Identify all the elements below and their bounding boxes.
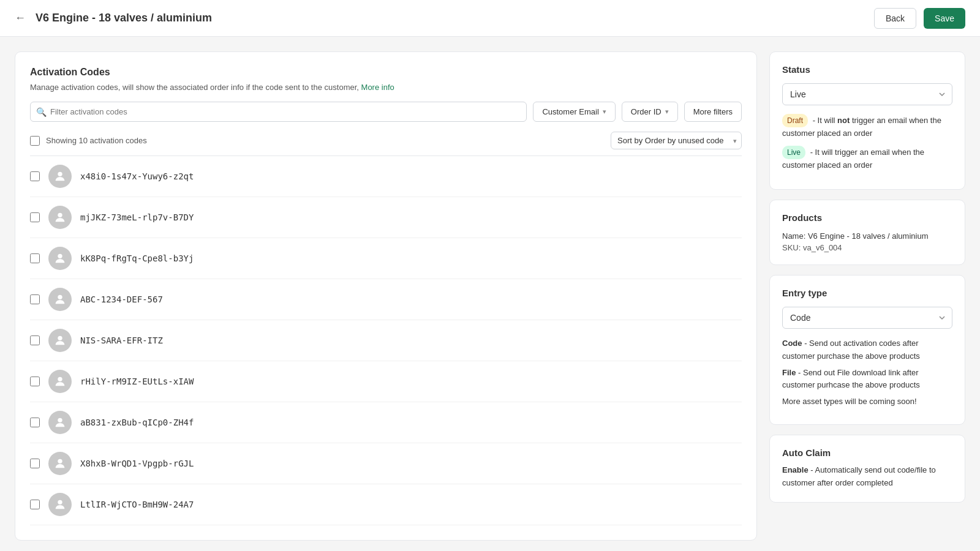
customer-email-filter[interactable]: Customer Email ▾ bbox=[533, 102, 615, 122]
code-row: aB831-zxBub-qICp0-ZH4f bbox=[30, 402, 742, 443]
code-row: x48i0-1s47x-Yuwy6-z2qt bbox=[30, 156, 742, 197]
svg-point-0 bbox=[58, 172, 62, 176]
search-icon: 🔍 bbox=[36, 107, 47, 117]
file-desc: File - Send out File download link after… bbox=[782, 367, 952, 392]
list-header: Showing 10 activation codes Sort by Orde… bbox=[30, 132, 742, 149]
avatar bbox=[48, 165, 72, 188]
left-panel: Activation Codes Manage activation codes… bbox=[15, 51, 757, 541]
back-button[interactable]: Back bbox=[874, 8, 916, 29]
avatar bbox=[48, 288, 72, 311]
filter-bar: 🔍 Customer Email ▾ Order ID ▾ More filte… bbox=[30, 102, 742, 122]
more-filters-button[interactable]: More filters bbox=[684, 102, 742, 122]
live-badge: Live bbox=[782, 146, 805, 159]
code-text: NIS-SARA-EFR-ITZ bbox=[80, 335, 163, 345]
chevron-down-icon: ▾ bbox=[603, 108, 606, 116]
code-text: ABC-1234-DEF-567 bbox=[80, 294, 163, 304]
code-text: rHilY-rM9IZ-EUtLs-xIAW bbox=[80, 377, 194, 386]
row-checkbox[interactable] bbox=[30, 418, 40, 427]
draft-badge: Draft bbox=[782, 114, 808, 127]
row-checkbox[interactable] bbox=[30, 171, 40, 181]
section-description: Manage activation codes, will show the a… bbox=[30, 83, 742, 92]
code-row: ABC-1234-DEF-567 bbox=[30, 279, 742, 320]
row-checkbox[interactable] bbox=[30, 377, 40, 386]
sort-wrapper: Sort by Order by unused code ▾ bbox=[611, 132, 742, 149]
svg-point-4 bbox=[58, 336, 62, 340]
row-checkbox[interactable] bbox=[30, 335, 40, 345]
status-card: Status Live Draft Draft - It will not tr… bbox=[769, 51, 965, 190]
code-text: aB831-zxBub-qICp0-ZH4f bbox=[80, 418, 194, 427]
code-text: LtlIR-WjCTO-BmH9W-24A7 bbox=[80, 500, 194, 509]
live-info: Live - It will trigger an email when the… bbox=[782, 146, 952, 171]
code-row: rHilY-rM9IZ-EUtLs-xIAW bbox=[30, 361, 742, 402]
draft-info: Draft - It will not trigger an email whe… bbox=[782, 114, 952, 140]
auto-claim-card: Auto Claim Enable - Automatically send o… bbox=[769, 435, 965, 503]
save-button[interactable]: Save bbox=[924, 8, 965, 29]
order-id-filter[interactable]: Order ID ▾ bbox=[622, 102, 678, 122]
main-layout: Activation Codes Manage activation codes… bbox=[0, 37, 980, 551]
avatar bbox=[48, 329, 72, 352]
code-row: LtlIR-WjCTO-BmH9W-24A7 bbox=[30, 484, 742, 525]
more-info-link[interactable]: More info bbox=[361, 83, 394, 92]
avatar bbox=[48, 411, 72, 434]
product-name: Name: V6 Engine - 18 valves / aluminium bbox=[782, 231, 952, 241]
auto-claim-title: Auto Claim bbox=[782, 448, 952, 458]
page-title: V6 Engine - 18 valves / aluminium bbox=[36, 12, 874, 24]
status-title: Status bbox=[782, 64, 952, 75]
header-actions: Back Save bbox=[874, 8, 965, 29]
avatar bbox=[48, 493, 72, 516]
svg-point-8 bbox=[58, 500, 62, 504]
code-text: mjJKZ-73meL-rlp7v-B7DY bbox=[80, 212, 194, 222]
avatar bbox=[48, 452, 72, 475]
row-checkbox[interactable] bbox=[30, 212, 40, 222]
code-row: NIS-SARA-EFR-ITZ bbox=[30, 320, 742, 361]
search-input[interactable] bbox=[30, 102, 527, 122]
row-checkbox[interactable] bbox=[30, 459, 40, 468]
app-header: ← V6 Engine - 18 valves / aluminium Back… bbox=[0, 0, 980, 37]
avatar bbox=[48, 206, 72, 229]
auto-claim-desc: Enable - Automatically send out code/fil… bbox=[782, 464, 952, 490]
product-sku: SKU: va_v6_004 bbox=[782, 243, 952, 252]
code-desc: Code - Send out activation codes after c… bbox=[782, 337, 952, 363]
row-checkbox[interactable] bbox=[30, 500, 40, 509]
svg-point-5 bbox=[58, 377, 62, 381]
code-list: x48i0-1s47x-Yuwy6-z2qt mjJKZ-73meL-rlp7v… bbox=[30, 156, 742, 525]
svg-point-2 bbox=[58, 254, 62, 258]
svg-point-3 bbox=[58, 295, 62, 299]
code-row: mjJKZ-73meL-rlp7v-B7DY bbox=[30, 197, 742, 238]
svg-point-7 bbox=[58, 459, 62, 463]
right-panel: Status Live Draft Draft - It will not tr… bbox=[769, 51, 965, 541]
code-row: X8hxB-WrQD1-Vpgpb-rGJL bbox=[30, 443, 742, 484]
status-select[interactable]: Live Draft bbox=[782, 83, 952, 105]
entry-type-title: Entry type bbox=[782, 288, 952, 298]
entry-type-card: Entry type Code File Code - Send out act… bbox=[769, 275, 965, 425]
products-card: Products Name: V6 Engine - 18 valves / a… bbox=[769, 200, 965, 265]
code-text: kK8Pq-fRgTq-Cpe8l-b3Yj bbox=[80, 253, 194, 263]
sort-select[interactable]: Sort by Order by unused code bbox=[611, 132, 742, 149]
search-wrapper: 🔍 bbox=[30, 102, 527, 122]
code-text: X8hxB-WrQD1-Vpgpb-rGJL bbox=[80, 459, 194, 468]
svg-point-6 bbox=[58, 418, 62, 422]
chevron-down-icon: ▾ bbox=[665, 108, 669, 116]
back-arrow-button[interactable]: ← bbox=[15, 12, 26, 24]
entry-type-select[interactable]: Code File bbox=[782, 307, 952, 329]
avatar bbox=[48, 370, 72, 393]
products-title: Products bbox=[782, 212, 952, 223]
code-text: x48i0-1s47x-Yuwy6-z2qt bbox=[80, 171, 194, 181]
row-checkbox[interactable] bbox=[30, 253, 40, 263]
svg-point-1 bbox=[58, 213, 62, 217]
code-row: kK8Pq-fRgTq-Cpe8l-b3Yj bbox=[30, 238, 742, 279]
showing-count: Showing 10 activation codes bbox=[46, 136, 147, 145]
row-checkbox[interactable] bbox=[30, 294, 40, 304]
coming-soon-text: More asset types will be coming soon! bbox=[782, 395, 952, 408]
select-all-checkbox[interactable] bbox=[30, 136, 40, 146]
activation-codes-title: Activation Codes bbox=[30, 67, 742, 78]
avatar bbox=[48, 247, 72, 270]
